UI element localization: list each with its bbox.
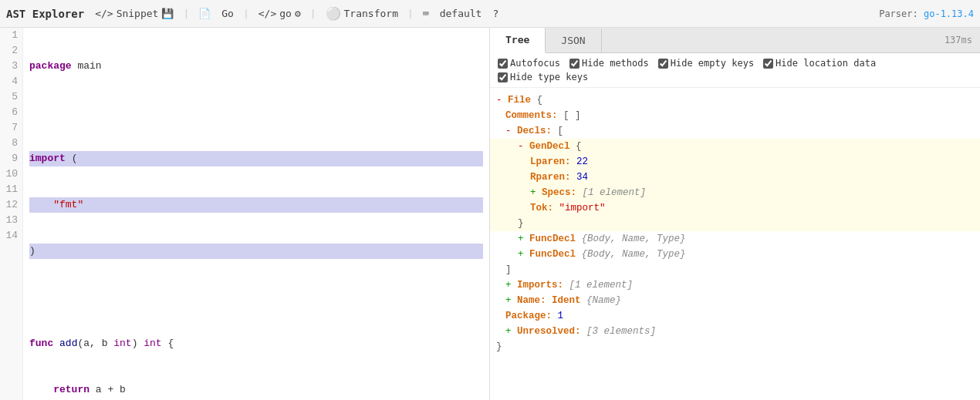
line-num-13: 13 — [5, 213, 18, 228]
sep2: | — [243, 8, 249, 19]
transform-label: Transform — [344, 8, 398, 19]
hide-empty-keys-label: Hide empty keys — [671, 58, 754, 69]
gendecl-collapse[interactable]: - — [518, 141, 524, 152]
option-hide-type-keys[interactable]: Hide type keys — [498, 72, 588, 82]
render-time: 137ms — [945, 35, 980, 45]
line-num-4: 4 — [5, 74, 18, 89]
tree-file-close: } — [490, 339, 980, 355]
autofocus-checkbox[interactable] — [498, 59, 508, 69]
specs-expand[interactable]: + — [530, 187, 536, 198]
hide-type-keys-checkbox[interactable] — [498, 72, 508, 82]
code-line-7: func add(a, b int) int { — [29, 336, 483, 351]
code-icon: </> — [259, 8, 276, 19]
snippet-label: Snippet — [117, 8, 159, 19]
sep1: | — [183, 8, 189, 19]
snippet-button[interactable]: </> Snippet 💾 — [92, 6, 177, 21]
tree-gendecl-row: - GenDecl { — [490, 139, 980, 154]
funcdecl1-expand[interactable]: + — [518, 234, 524, 244]
hide-type-keys-label: Hide type keys — [510, 72, 588, 82]
option-autofocus[interactable]: Autofocus — [498, 58, 560, 69]
autofocus-label: Autofocus — [510, 58, 560, 69]
tree-package-row: Package: 1 — [490, 308, 980, 324]
tree-tok-row: Tok: "import" — [490, 200, 980, 216]
tree-funcdecl1-row: + FuncDecl {Body, Name, Type} — [490, 231, 980, 247]
hide-location-data-checkbox[interactable] — [763, 59, 773, 69]
unresolved-expand[interactable]: + — [505, 326, 512, 337]
tree-decls-row: - Decls: [ — [490, 123, 980, 139]
parser-version-link[interactable]: go-1.13.4 — [924, 8, 974, 19]
tree-gendecl-close: } — [490, 216, 980, 231]
tree-name-row: + Name: Ident {Name} — [490, 293, 980, 308]
decls-collapse[interactable]: - — [505, 126, 512, 136]
keyboard-icon: ⌨ — [423, 8, 429, 19]
parser-select-button[interactable]: </> go ⚙ — [255, 6, 304, 21]
tree-content[interactable]: - File { Comments: [ ] - Decls: [ - GenD… — [490, 88, 980, 400]
sep4: | — [407, 8, 414, 19]
language-label: Go — [221, 8, 234, 19]
option-hide-location-data[interactable]: Hide location data — [763, 58, 876, 69]
editor-panel[interactable]: 1 2 3 4 5 6 7 8 9 10 11 12 13 14 package… — [0, 28, 490, 400]
code-content[interactable]: package main import ( "fmt" ) func add(a… — [23, 28, 489, 400]
sep3: | — [310, 8, 316, 19]
parser-info: Parser: go-1.13.4 — [879, 8, 974, 19]
funcdecl2-expand[interactable]: + — [518, 249, 524, 260]
help-label: ? — [492, 8, 498, 19]
code-line-6 — [29, 290, 483, 305]
tree-file-row: - File { — [490, 92, 980, 108]
snippet-save-icon: 💾 — [161, 8, 174, 19]
language-button[interactable]: Go — [218, 6, 237, 21]
parser-prefix: Parser: — [879, 8, 918, 19]
line-num-10: 10 — [5, 166, 18, 182]
doc-icon: 📄 — [198, 8, 211, 19]
toolbar: AST Explorer </> Snippet 💾 | 📄 Go | </> … — [0, 0, 980, 28]
tab-json-label: JSON — [561, 35, 585, 46]
file-collapse[interactable]: - — [496, 95, 502, 106]
code-line-1: package main — [29, 59, 483, 74]
brand-label: AST Explorer — [6, 8, 84, 20]
line-num-12: 12 — [5, 197, 18, 213]
line-numbers: 1 2 3 4 5 6 7 8 9 10 11 12 13 14 — [0, 28, 23, 400]
tree-decls-close: ] — [490, 262, 980, 277]
transform-toggle[interactable]: ⚪ Transform — [323, 5, 401, 22]
tree-imports-row: + Imports: [1 element] — [490, 277, 980, 293]
code-line-8: return a + b — [29, 382, 483, 398]
tree-specs-row: + Specs: [1 element] — [490, 185, 980, 200]
tree-unresolved-row: + Unresolved: [3 elements] — [490, 324, 980, 339]
line-num-2: 2 — [5, 43, 18, 59]
name-expand[interactable]: + — [505, 295, 512, 306]
main-area: 1 2 3 4 5 6 7 8 9 10 11 12 13 14 package… — [0, 28, 980, 400]
tab-json[interactable]: JSON — [546, 29, 601, 52]
help-button[interactable]: ? — [489, 6, 502, 21]
tree-lparen-row: Lparen: 22 — [490, 154, 980, 170]
line-num-14: 14 — [5, 228, 18, 244]
line-num-6: 6 — [5, 105, 18, 120]
default-label: default — [440, 8, 482, 19]
option-hide-empty-keys[interactable]: Hide empty keys — [658, 58, 754, 69]
tree-tabs: Tree JSON 137ms — [490, 28, 980, 53]
tree-options: Autofocus Hide methods Hide empty keys H… — [490, 53, 980, 88]
code-line-3: import ( — [29, 151, 483, 166]
line-num-1: 1 — [5, 28, 18, 43]
snippet-icon: </> — [95, 8, 113, 19]
tree-funcdecl2-row: + FuncDecl {Body, Name, Type} — [490, 247, 980, 262]
hide-empty-keys-checkbox[interactable] — [658, 59, 668, 69]
tab-tree[interactable]: Tree — [490, 28, 546, 53]
hide-methods-label: Hide methods — [582, 58, 649, 69]
line-num-3: 3 — [5, 59, 18, 74]
keyboard-icon-button[interactable]: ⌨ — [420, 6, 432, 21]
line-num-5: 5 — [5, 89, 18, 105]
imports-expand[interactable]: + — [505, 280, 512, 291]
tree-rparen-row: Rparen: 34 — [490, 170, 980, 185]
option-hide-methods[interactable]: Hide methods — [569, 58, 649, 69]
toggle-icon: ⚪ — [326, 6, 341, 21]
line-num-9: 9 — [5, 151, 18, 166]
tree-comments-row: Comments: [ ] — [490, 108, 980, 123]
default-button[interactable]: default — [437, 6, 485, 21]
hide-methods-checkbox[interactable] — [569, 59, 580, 69]
line-num-11: 11 — [5, 182, 18, 197]
code-line-2 — [29, 105, 483, 120]
new-doc-button[interactable]: 📄 — [195, 6, 214, 21]
code-line-5: ) — [29, 244, 483, 259]
code-area: 1 2 3 4 5 6 7 8 9 10 11 12 13 14 package… — [0, 28, 489, 400]
tree-panel: Tree JSON 137ms Autofocus Hide methods H… — [490, 28, 980, 400]
